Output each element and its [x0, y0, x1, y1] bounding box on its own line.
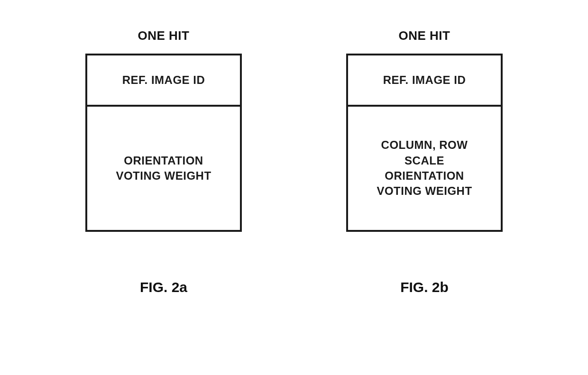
figure-2b-bottom-line1: COLUMN, ROW — [381, 137, 468, 153]
figure-2b-top-cell: REF. IMAGE ID — [348, 55, 501, 107]
figure-2b-top-cell-text: REF. IMAGE ID — [383, 73, 466, 88]
figure-2a-bottom-line1: ORIENTATION — [124, 153, 203, 168]
figure-2a-title: ONE HIT — [138, 28, 190, 43]
figure-2a-top-cell: REF. IMAGE ID — [87, 55, 240, 107]
figure-2b-caption: FIG. 2b — [400, 279, 449, 295]
figure-2b-title: ONE HIT — [399, 28, 450, 43]
figure-2b-bottom-line2: SCALE — [404, 153, 444, 168]
figure-2b: ONE HIT REF. IMAGE ID COLUMN, ROW SCALE … — [346, 28, 503, 295]
figure-2a-bottom-line2: VOTING WEIGHT — [116, 168, 211, 183]
figure-2b-bottom-line4: VOTING WEIGHT — [377, 183, 472, 199]
figure-2a-bottom-cell: ORIENTATION VOTING WEIGHT — [87, 107, 240, 230]
figure-2b-bottom-cell: COLUMN, ROW SCALE ORIENTATION VOTING WEI… — [348, 107, 501, 230]
figure-2a-box: REF. IMAGE ID ORIENTATION VOTING WEIGHT — [85, 54, 242, 232]
figure-2a-top-cell-text: REF. IMAGE ID — [122, 73, 205, 88]
diagram-container: ONE HIT REF. IMAGE ID ORIENTATION VOTING… — [0, 28, 588, 295]
figure-2b-bottom-line3: ORIENTATION — [385, 168, 464, 183]
figure-2a: ONE HIT REF. IMAGE ID ORIENTATION VOTING… — [85, 28, 242, 295]
figure-2b-box: REF. IMAGE ID COLUMN, ROW SCALE ORIENTAT… — [346, 54, 503, 232]
figure-2a-caption: FIG. 2a — [140, 279, 187, 295]
